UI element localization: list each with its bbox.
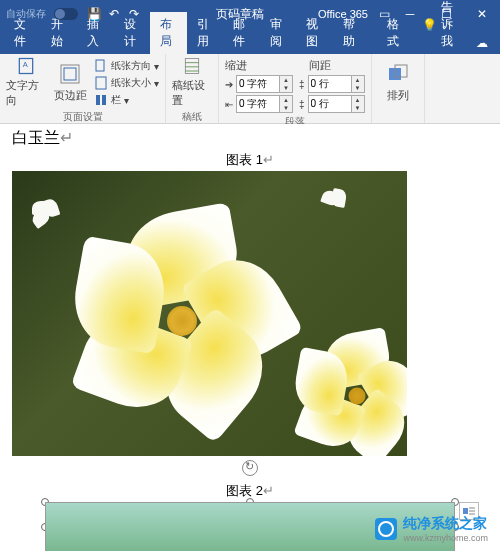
margins-button[interactable]: 页边距 xyxy=(50,56,90,108)
indent-left-icon: ➔ xyxy=(225,79,233,90)
arrange-group-label xyxy=(378,117,418,121)
up-arrow-icon[interactable]: ▲ xyxy=(352,76,364,84)
tab-design[interactable]: 设计 xyxy=(114,12,151,54)
margins-icon xyxy=(58,62,82,86)
document-heading[interactable]: 白玉兰 xyxy=(12,129,60,146)
up-arrow-icon[interactable]: ▲ xyxy=(352,96,364,104)
arrange-button[interactable]: 排列 xyxy=(378,56,418,108)
share-icon: ☁ xyxy=(476,36,488,50)
down-arrow-icon[interactable]: ▼ xyxy=(280,104,292,112)
size-label: 纸张大小 xyxy=(111,76,151,90)
columns-icon xyxy=(94,93,108,107)
menu-bar: 文件 开始 插入 设计 布局 引用 邮件 审阅 视图 帮助 格式 💡 告诉我 ☁ xyxy=(0,28,500,54)
text-direction-label: 文字方向 xyxy=(6,78,46,108)
tab-view[interactable]: 视图 xyxy=(296,12,333,54)
indent-left-input[interactable] xyxy=(237,79,279,90)
tab-file[interactable]: 文件 xyxy=(4,12,41,54)
svg-rect-6 xyxy=(96,95,100,105)
watermark-logo-icon xyxy=(375,518,397,540)
orientation-button[interactable]: 纸张方向▾ xyxy=(94,58,159,74)
spacing-label: 间距 xyxy=(309,58,331,73)
size-icon xyxy=(94,76,108,90)
document-area[interactable]: 白玉兰↵ 图表 1↵ 图表 2↵ xyxy=(0,124,500,551)
spacing-before-icon: ‡ xyxy=(299,79,305,90)
up-arrow-icon[interactable]: ▲ xyxy=(280,96,292,104)
gaozhi-label: 稿纸设置 xyxy=(172,78,212,108)
flower-main xyxy=(72,211,292,431)
rotate-icon xyxy=(242,460,258,476)
down-arrow-icon[interactable]: ▼ xyxy=(352,104,364,112)
gaozhi-button[interactable]: 稿纸设置 xyxy=(172,56,212,108)
spacing-before-input[interactable] xyxy=(309,79,351,90)
flower-secondary xyxy=(293,332,407,456)
arrange-icon xyxy=(386,62,410,86)
spacing-after-input[interactable] xyxy=(309,99,351,110)
lightbulb-icon: 💡 xyxy=(422,18,437,32)
arrange-label: 排列 xyxy=(387,88,409,103)
indent-left-spinner[interactable]: ▲▼ xyxy=(236,75,293,93)
paragraph-mark: ↵ xyxy=(60,129,73,146)
tab-insert[interactable]: 插入 xyxy=(77,12,114,54)
close-button[interactable]: ✕ xyxy=(464,0,500,28)
tab-help[interactable]: 帮助 xyxy=(333,12,370,54)
columns-button[interactable]: 栏▾ xyxy=(94,92,159,108)
gaozhi-icon xyxy=(180,56,204,76)
tab-mailings[interactable]: 邮件 xyxy=(223,12,260,54)
margins-label: 页边距 xyxy=(54,88,87,103)
ribbon-group-arrange: 排列 xyxy=(372,54,425,123)
size-button[interactable]: 纸张大小▾ xyxy=(94,75,159,91)
watermark: 纯净系统之家 www.kzmyhome.com xyxy=(375,515,488,543)
orientation-icon xyxy=(94,59,108,73)
tell-me[interactable]: 💡 告诉我 xyxy=(414,0,468,54)
orientation-label: 纸张方向 xyxy=(111,59,151,73)
up-arrow-icon[interactable]: ▲ xyxy=(280,76,292,84)
indent-right-input[interactable] xyxy=(237,99,279,110)
indent-label: 缩进 xyxy=(225,58,247,73)
rotate-handle[interactable] xyxy=(12,460,488,480)
tab-format[interactable]: 格式 xyxy=(377,12,414,54)
spacing-after-spinner[interactable]: ▲▼ xyxy=(308,95,365,113)
svg-rect-14 xyxy=(463,508,468,514)
svg-rect-4 xyxy=(96,60,104,71)
autosave-toggle[interactable] xyxy=(54,8,78,20)
ribbon-group-page-setup: A 文字方向 页边距 纸张方向▾ 纸张大小▾ 栏▾ xyxy=(0,54,166,123)
watermark-brand: 纯净系统之家 xyxy=(403,515,488,533)
tab-layout[interactable]: 布局 xyxy=(150,12,187,54)
tab-references[interactable]: 引用 xyxy=(187,12,224,54)
watermark-url: www.kzmyhome.com xyxy=(403,533,488,543)
svg-rect-5 xyxy=(96,77,106,89)
svg-rect-7 xyxy=(102,95,106,105)
ribbon-group-gaozhi: 稿纸设置 稿纸 xyxy=(166,54,219,123)
svg-rect-3 xyxy=(64,68,76,80)
figure-caption-1[interactable]: 图表 1↵ xyxy=(12,151,488,169)
share-button[interactable]: ☁ xyxy=(468,32,496,54)
spacing-after-icon: ‡ xyxy=(299,99,305,110)
spacing-before-spinner[interactable]: ▲▼ xyxy=(308,75,365,93)
indent-right-spinner[interactable]: ▲▼ xyxy=(236,95,293,113)
indent-right-icon: ⇤ xyxy=(225,99,233,110)
columns-label: 栏 xyxy=(111,93,121,107)
tab-review[interactable]: 审阅 xyxy=(260,12,297,54)
text-direction-button[interactable]: A 文字方向 xyxy=(6,56,46,108)
tell-me-label: 告诉我 xyxy=(441,0,460,50)
text-direction-icon: A xyxy=(14,56,38,76)
down-arrow-icon[interactable]: ▼ xyxy=(352,84,364,92)
svg-text:A: A xyxy=(23,60,28,69)
down-arrow-icon[interactable]: ▼ xyxy=(280,84,292,92)
image-1-magnolia[interactable] xyxy=(12,171,407,456)
ribbon-group-paragraph: 缩进 间距 ➔ ▲▼ ‡ ▲▼ xyxy=(219,54,372,123)
ribbon: A 文字方向 页边距 纸张方向▾ 纸张大小▾ 栏▾ xyxy=(0,54,500,124)
